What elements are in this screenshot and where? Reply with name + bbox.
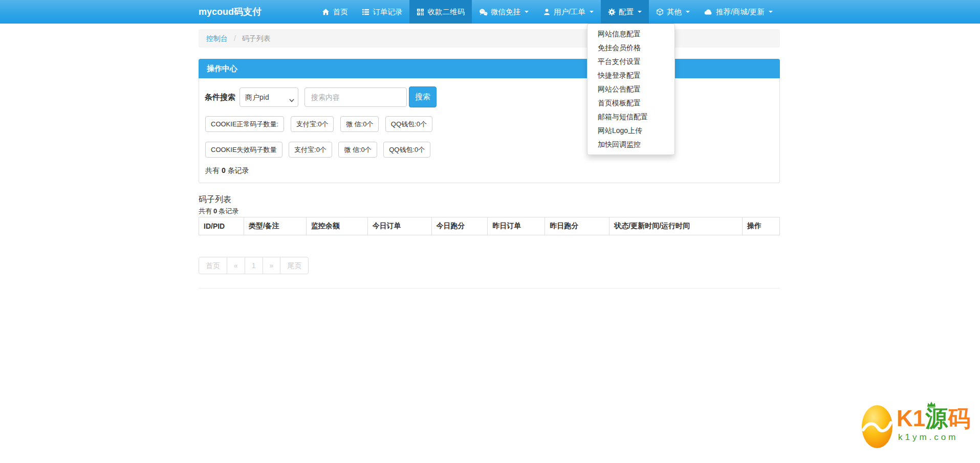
chevron-down-icon	[638, 11, 642, 13]
list-record-count: 共有0条记录	[199, 207, 238, 216]
cookie-invalid-count-button[interactable]: COOKIE失效码子数量	[205, 142, 282, 158]
dropdown-item-email-sms[interactable]: 邮箱与短信配置	[587, 110, 674, 124]
wechat-invalid-count-button[interactable]: 微 信:0个	[338, 142, 377, 158]
nav-item-label: 用户/工单	[554, 7, 585, 17]
gear-icon	[608, 8, 616, 16]
nav-item-label: 推荐/商城/更新	[716, 7, 765, 17]
main-nav: 首页 订单记录 收款二维码	[315, 0, 780, 24]
watermark-ma: 码	[948, 406, 970, 431]
k1ym-watermark-logo: K1源码 k1ym.com	[861, 403, 971, 452]
nav-item-qrcode[interactable]: 收款二维码	[409, 0, 472, 24]
watermark-k1: K1	[897, 406, 925, 431]
pagination-first[interactable]: 首页	[199, 257, 227, 274]
search-input[interactable]	[304, 87, 407, 107]
breadcrumb-separator: /	[234, 34, 236, 42]
home-icon	[322, 8, 330, 16]
col-status-time: 状态/更新时间/运行时间	[609, 217, 743, 235]
search-type-select-wrap: 商户pid	[239, 87, 298, 107]
breadcrumb-current: 码子列表	[242, 34, 271, 42]
watermark-text: K1源码 k1ym.com	[897, 406, 970, 443]
chevron-down-icon	[590, 11, 594, 13]
nav-item-wechat[interactable]: 微信免挂	[472, 0, 536, 24]
top-navbar: mycoud码支付 首页 订单记录	[0, 0, 980, 24]
crown-icon	[926, 401, 937, 408]
table-header-row: ID/PID 类型/备注 监控余额 今日订单 今日跑分 昨日订单 昨日跑分 状态…	[199, 217, 780, 235]
nav-item-label: 微信免挂	[491, 7, 520, 17]
page: mycoud码支付 首页 订单记录	[0, 0, 980, 463]
list-count-prefix: 共有	[199, 207, 212, 215]
config-dropdown-menu: 网站信息配置 免挂会员价格 平台支付设置 快捷登录配置 网站公告配置 首页模板配…	[587, 24, 675, 155]
pagination: 首页 « 1 » 尾页	[199, 257, 309, 274]
divider	[199, 288, 780, 289]
panel-body: 条件搜索 商户pid 搜索 COOKIE正常码子数量: 支付宝:0个 微 信:0…	[199, 78, 780, 183]
nav-item-orders[interactable]: 订单记录	[355, 0, 409, 24]
cloud-icon	[704, 8, 713, 16]
search-type-select[interactable]: 商户pid	[239, 87, 298, 107]
col-actions: 操作	[743, 217, 780, 235]
col-balance: 监控余额	[306, 217, 367, 235]
record-count-value: 0	[222, 166, 226, 174]
pagination-last[interactable]: 尾页	[280, 257, 309, 274]
pagination-page-1[interactable]: 1	[245, 257, 263, 274]
qrcode-icon	[417, 8, 424, 16]
chevron-down-icon	[525, 11, 529, 13]
search-button[interactable]: 搜索	[409, 86, 437, 107]
dropdown-item-member-price[interactable]: 免挂会员价格	[587, 41, 674, 55]
nav-item-label: 首页	[333, 7, 347, 17]
dropdown-item-logo-upload[interactable]: 网站Logo上传	[587, 124, 674, 138]
panel-record-count: 共有0条记录	[205, 166, 249, 175]
record-count-prefix: 共有	[205, 166, 220, 174]
breadcrumb: 控制台 / 码子列表	[199, 29, 780, 48]
cookie-normal-stats-row: COOKIE正常码子数量: 支付宝:0个 微 信:0个 QQ钱包:0个	[205, 116, 437, 132]
list-count-suffix: 条记录	[219, 207, 238, 215]
dropdown-item-callback-monitor[interactable]: 加快回调监控	[587, 138, 674, 151]
qq-invalid-count-button[interactable]: QQ钱包:0个	[383, 142, 430, 158]
wechat-normal-count-button[interactable]: 微 信:0个	[340, 116, 379, 132]
watermark-yuan: 源	[925, 406, 948, 431]
watermark-domain: k1ym.com	[897, 432, 970, 443]
record-count-suffix: 条记录	[228, 166, 249, 174]
dropdown-item-announcement[interactable]: 网站公告配置	[587, 82, 674, 96]
nav-item-label: 配置	[619, 7, 634, 17]
watermark-title: K1源码	[897, 406, 970, 431]
nav-item-recommend[interactable]: 推荐/商城/更新	[697, 0, 780, 24]
nav-item-users[interactable]: 用户/工单	[536, 0, 601, 24]
nav-item-label: 收款二维码	[427, 7, 465, 17]
wechat-icon	[479, 8, 488, 16]
panel-title: 操作中心	[199, 59, 780, 78]
search-condition-label: 条件搜索	[205, 87, 235, 107]
operation-center-panel: 操作中心 条件搜索 商户pid 搜索 COOKIE正常码子数量: 支付宝:0个 …	[199, 59, 780, 183]
nav-item-home[interactable]: 首页	[315, 0, 355, 24]
dropdown-item-home-template[interactable]: 首页模板配置	[587, 96, 674, 110]
nav-item-other[interactable]: 其他	[649, 0, 697, 24]
qq-normal-count-button[interactable]: QQ钱包:0个	[385, 116, 432, 132]
col-yesterday-orders: 昨日订单	[488, 217, 545, 235]
col-yesterday-score: 昨日跑分	[545, 217, 609, 235]
pagination-next[interactable]: »	[263, 257, 281, 274]
alipay-invalid-count-button[interactable]: 支付宝:0个	[289, 142, 332, 158]
nav-item-config[interactable]: 配置	[601, 0, 649, 24]
dropdown-item-site-info[interactable]: 网站信息配置	[587, 27, 674, 41]
cookie-invalid-stats-row: COOKIE失效码子数量 支付宝:0个 微 信:0个 QQ钱包:0个	[205, 142, 434, 158]
alipay-normal-count-button[interactable]: 支付宝:0个	[291, 116, 334, 132]
chevron-down-icon	[769, 11, 773, 13]
col-type-remark: 类型/备注	[244, 217, 306, 235]
breadcrumb-console-link[interactable]: 控制台	[206, 34, 228, 42]
user-icon	[543, 8, 551, 16]
dropdown-item-payment-settings[interactable]: 平台支付设置	[587, 55, 674, 69]
list-icon	[362, 8, 369, 16]
cookie-normal-count-button[interactable]: COOKIE正常码子数量:	[205, 116, 284, 132]
pagination-prev[interactable]: «	[227, 257, 245, 274]
col-id-pid: ID/PID	[199, 217, 244, 235]
dropdown-item-quick-login[interactable]: 快捷登录配置	[587, 69, 674, 82]
col-today-score: 今日跑分	[431, 217, 488, 235]
chevron-down-icon	[686, 11, 690, 13]
brand[interactable]: mycoud码支付	[199, 0, 262, 24]
code-list-table: ID/PID 类型/备注 监控余额 今日订单 今日跑分 昨日订单 昨日跑分 状态…	[199, 217, 780, 235]
list-section-title: 码子列表	[199, 194, 231, 205]
cube-icon	[656, 8, 664, 16]
nav-item-label: 其他	[667, 7, 682, 17]
list-count-value: 0	[213, 207, 217, 215]
egg-logo-icon	[861, 404, 894, 449]
col-today-orders: 今日订单	[367, 217, 431, 235]
